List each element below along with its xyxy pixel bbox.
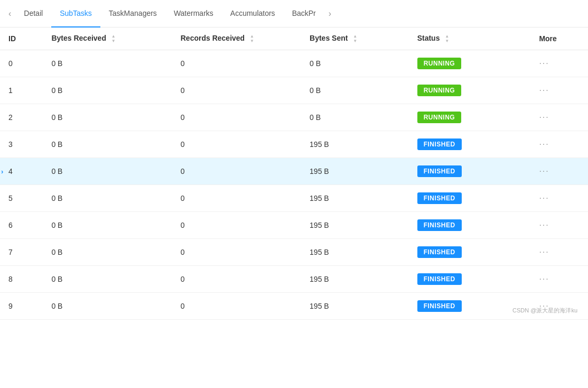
cell-status-7: FINISHED	[409, 238, 531, 265]
cell-records-received-2: 0	[172, 104, 301, 131]
table-row[interactable]: › 4 0 B 0 195 B FINISHED ···	[0, 158, 588, 184]
table-row[interactable]: 1 0 B 0 0 B RUNNING ···	[0, 77, 588, 104]
more-dots-5[interactable]: ···	[539, 193, 549, 202]
cell-id-9: 9	[0, 292, 43, 319]
cell-bytes-sent-4: 195 B	[301, 158, 409, 184]
cell-records-received-3: 0	[172, 131, 301, 158]
cell-bytes-sent-8: 195 B	[301, 265, 409, 292]
cell-bytes-received-3: 0 B	[43, 131, 172, 158]
cell-more-1[interactable]: ···	[530, 77, 588, 104]
status-badge-5: FINISHED	[417, 192, 462, 204]
cell-bytes-received-7: 0 B	[43, 238, 172, 265]
status-badge-2: RUNNING	[417, 112, 462, 123]
cell-bytes-sent-0: 0 B	[301, 50, 409, 77]
more-dots-0[interactable]: ···	[539, 59, 549, 68]
cell-bytes-received-9: 0 B	[43, 292, 172, 319]
cell-id-4: › 4	[0, 158, 43, 184]
table-row[interactable]: 2 0 B 0 0 B RUNNING ···	[0, 104, 588, 131]
cell-records-received-8: 0	[172, 265, 301, 292]
cell-more-4[interactable]: ···	[530, 158, 588, 184]
cell-bytes-sent-2: 0 B	[301, 104, 409, 131]
cell-more-8[interactable]: ···	[530, 265, 588, 292]
table-row[interactable]: 7 0 B 0 195 B FINISHED ···	[0, 238, 588, 265]
cell-bytes-received-5: 0 B	[43, 184, 172, 211]
cell-bytes-received-4: 0 B	[43, 158, 172, 184]
cell-bytes-sent-9: 195 B	[301, 292, 409, 319]
status-badge-6: FINISHED	[417, 219, 462, 231]
cell-id-5: 5	[0, 184, 43, 211]
cell-bytes-sent-3: 195 B	[301, 131, 409, 158]
cell-more-7[interactable]: ···	[530, 238, 588, 265]
more-dots-6[interactable]: ···	[539, 220, 549, 229]
cell-bytes-received-0: 0 B	[43, 50, 172, 77]
cell-records-received-0: 0	[172, 50, 301, 77]
cell-bytes-received-1: 0 B	[43, 77, 172, 104]
tab-bar: ‹ Detail SubTasks TaskManagers Watermark…	[0, 0, 588, 27]
cell-id-3: 3	[0, 131, 43, 158]
cell-records-received-7: 0	[172, 238, 301, 265]
cell-more-2[interactable]: ···	[530, 104, 588, 131]
col-header-id: ID	[0, 27, 43, 50]
sort-records-received-icon[interactable]: ▲ ▼	[250, 34, 254, 43]
col-header-bytes-received[interactable]: Bytes Received ▲ ▼	[43, 27, 172, 50]
table-row[interactable]: 3 0 B 0 195 B FINISHED ···	[0, 131, 588, 158]
cell-id-1: 1	[0, 77, 43, 104]
status-badge-3: FINISHED	[417, 138, 462, 150]
more-dots-2[interactable]: ···	[539, 113, 549, 122]
col-header-bytes-sent[interactable]: Bytes Sent ▲ ▼	[301, 27, 409, 50]
tab-prev-button[interactable]: ‹	[4, 7, 15, 21]
sort-bytes-received-icon[interactable]: ▲ ▼	[111, 34, 116, 43]
cell-more-6[interactable]: ···	[530, 211, 588, 238]
tab-accumulators[interactable]: Accumulators	[222, 0, 284, 27]
cell-bytes-sent-7: 195 B	[301, 238, 409, 265]
cell-bytes-sent-5: 195 B	[301, 184, 409, 211]
cell-id-2: 2	[0, 104, 43, 131]
cell-more-0[interactable]: ···	[530, 50, 588, 77]
table-row[interactable]: 0 0 B 0 0 B RUNNING ···	[0, 50, 588, 77]
cell-bytes-sent-1: 0 B	[301, 77, 409, 104]
cell-status-1: RUNNING	[409, 77, 531, 104]
table-row[interactable]: 6 0 B 0 195 B FINISHED ···	[0, 211, 588, 238]
cell-status-2: RUNNING	[409, 104, 531, 131]
cell-status-8: FINISHED	[409, 265, 531, 292]
status-badge-1: RUNNING	[417, 85, 462, 96]
tab-detail[interactable]: Detail	[15, 0, 51, 27]
more-dots-8[interactable]: ···	[539, 274, 549, 283]
cell-bytes-sent-6: 195 B	[301, 211, 409, 238]
table-container: › ID Bytes Received ▲ ▼ Records Received…	[0, 27, 588, 320]
cell-bytes-received-8: 0 B	[43, 265, 172, 292]
cell-records-received-9: 0	[172, 292, 301, 319]
col-header-more: More	[530, 27, 588, 50]
tab-backpressure[interactable]: BackPr	[284, 0, 324, 27]
status-badge-0: RUNNING	[417, 58, 462, 69]
more-dots-3[interactable]: ···	[539, 140, 549, 149]
tab-subtasks[interactable]: SubTasks	[51, 0, 100, 27]
col-header-records-received[interactable]: Records Received ▲ ▼	[172, 27, 301, 50]
sort-bytes-sent-icon[interactable]: ▲ ▼	[353, 34, 357, 43]
tab-taskmanagers[interactable]: TaskManagers	[100, 0, 165, 27]
cell-bytes-received-6: 0 B	[43, 211, 172, 238]
cell-status-3: FINISHED	[409, 131, 531, 158]
tab-next-button[interactable]: ›	[324, 7, 335, 21]
col-header-status[interactable]: Status ▲ ▼	[409, 27, 531, 50]
more-dots-1[interactable]: ···	[539, 86, 549, 95]
table-row[interactable]: 8 0 B 0 195 B FINISHED ···	[0, 265, 588, 292]
table-row[interactable]: 5 0 B 0 195 B FINISHED ···	[0, 184, 588, 211]
cell-status-6: FINISHED	[409, 211, 531, 238]
sort-status-icon[interactable]: ▲ ▼	[445, 34, 449, 43]
status-badge-9: FINISHED	[417, 300, 462, 312]
more-dots-7[interactable]: ···	[539, 247, 549, 256]
subtasks-table: ID Bytes Received ▲ ▼ Records Received ▲…	[0, 27, 588, 320]
cell-status-5: FINISHED	[409, 184, 531, 211]
table-row[interactable]: 9 0 B 0 195 B FINISHED ···	[0, 292, 588, 319]
status-badge-7: FINISHED	[417, 246, 462, 258]
status-badge-4: FINISHED	[417, 165, 462, 177]
cell-records-received-5: 0	[172, 184, 301, 211]
cell-records-received-6: 0	[172, 211, 301, 238]
cell-more-5[interactable]: ···	[530, 184, 588, 211]
cell-more-3[interactable]: ···	[530, 131, 588, 158]
more-dots-4[interactable]: ···	[539, 167, 549, 175]
cell-status-0: RUNNING	[409, 50, 531, 77]
cell-id-6: 6	[0, 211, 43, 238]
tab-watermarks[interactable]: Watermarks	[165, 0, 222, 27]
